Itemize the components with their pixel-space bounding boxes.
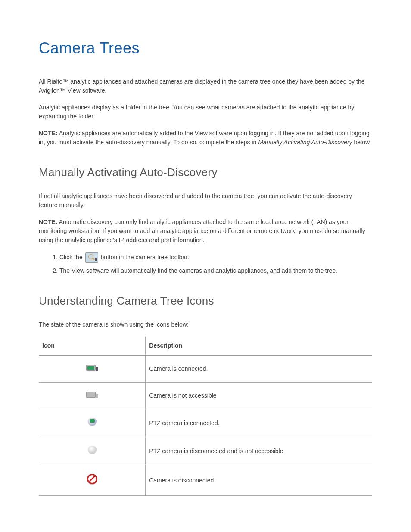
- ptz-connected-icon: [88, 418, 97, 426]
- step-1: Click the button in the camera tree tool…: [59, 252, 372, 263]
- table-row: PTZ camera is disconnected and is not ac…: [39, 437, 372, 465]
- note-label: NOTE:: [39, 218, 58, 225]
- step-text-before: Click the: [59, 254, 84, 261]
- camera-side-icon: [96, 367, 98, 371]
- intro-paragraph-1: All Rialto™ analytic appliances and atta…: [39, 77, 372, 95]
- column-header-icon: Icon: [39, 337, 146, 355]
- icons-table: Icon Description Camera is connected. Ca…: [39, 337, 372, 496]
- steps-list: Click the button in the camera tree tool…: [39, 252, 372, 275]
- camera-side-icon: [96, 394, 98, 398]
- note-label: NOTE:: [39, 130, 58, 137]
- camera-not-accessible-icon: [86, 392, 96, 398]
- section1-paragraph: If not all analytic appliances have been…: [39, 192, 372, 210]
- column-header-description: Description: [146, 337, 372, 355]
- section2-paragraph: The state of the camera is shown using t…: [39, 320, 372, 329]
- page-title: Camera Trees: [39, 37, 372, 60]
- section-heading-manual-discovery: Manually Activating Auto-Discovery: [39, 164, 372, 181]
- section-heading-icons: Understanding Camera Tree Icons: [39, 292, 372, 309]
- icon-description: PTZ camera is disconnected and is not ac…: [146, 437, 372, 465]
- intro-paragraph-2: Analytic appliances display as a folder …: [39, 103, 372, 121]
- step-text-after: button in the camera tree toolbar.: [99, 254, 189, 261]
- icon-description: Camera is not accessible: [146, 383, 372, 409]
- note-italic-reference: Manually Activating Auto-Discovery: [258, 139, 352, 146]
- table-row: Camera is not accessible: [39, 383, 372, 409]
- note-after: below: [352, 139, 370, 146]
- icon-description: PTZ camera is connected.: [146, 409, 372, 437]
- camera-disconnected-icon: [87, 474, 97, 484]
- icon-description: Camera is connected.: [146, 355, 372, 383]
- note-1: NOTE: Analytic appliances are automatica…: [39, 129, 372, 147]
- note-2: NOTE: Automatic discovery can only find …: [39, 218, 372, 245]
- search-camera-icon: [85, 252, 98, 263]
- step-2: The View software will automatically fin…: [59, 266, 372, 275]
- table-row: PTZ camera is connected.: [39, 409, 372, 437]
- ptz-disconnected-icon: [88, 446, 97, 454]
- table-row: Camera is connected.: [39, 355, 372, 383]
- table-row: Camera is disconnected.: [39, 465, 372, 496]
- note-text: Automatic discovery can only find analyt…: [39, 218, 365, 243]
- camera-connected-icon: [86, 365, 96, 371]
- icon-description: Camera is disconnected.: [146, 465, 372, 496]
